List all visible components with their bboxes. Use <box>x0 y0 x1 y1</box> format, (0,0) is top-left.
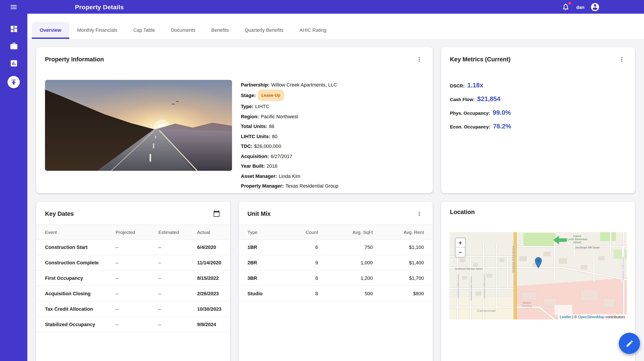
field-value: Willow Creek Apartments, LLC <box>271 82 337 87</box>
table-row: Construction Start––6/4/2020 <box>36 239 230 255</box>
key-dates-card: Key Dates Event Projected Estimated Actu… <box>36 202 230 361</box>
notifications-button[interactable] <box>562 3 570 11</box>
metric-value: $21,854 <box>477 95 500 102</box>
tab-quarterly-benefits[interactable]: Quarterly Benefits <box>237 22 292 39</box>
event-cell: Acquisition Closing <box>36 286 116 301</box>
estimated-cell: – <box>158 317 197 332</box>
more-options-button[interactable] <box>617 54 626 64</box>
sidebar-item-portfolio[interactable] <box>9 42 18 50</box>
main-grid: Property Information <box>27 39 644 361</box>
notification-dot <box>568 2 572 5</box>
detail-row: Acquisition:6/27/2017 <box>241 151 338 161</box>
sqft-cell: 750 <box>318 239 373 255</box>
detail-row: Partnership:Willow Creek Apartments, LLC <box>241 80 338 90</box>
count-cell: 6 <box>287 239 318 255</box>
field-label: Asset Manager: <box>241 173 277 179</box>
detail-row: Year Built:2016 <box>241 161 338 171</box>
tab-cap-table[interactable]: Cap Table <box>125 22 163 39</box>
estimated-cell: – <box>158 301 197 317</box>
property-information-body: Partnership:Willow Creek Apartments, LLC… <box>36 70 433 193</box>
tab-documents[interactable]: Documents <box>163 22 203 39</box>
card-title: Key Dates <box>45 210 74 217</box>
user-name: dan <box>576 4 584 10</box>
table-row: Studio8500$800 <box>239 286 433 301</box>
actual-cell: 10/30/2023 <box>197 301 230 317</box>
sqft-cell: 1,000 <box>318 255 373 270</box>
field-value: 2016 <box>267 163 278 169</box>
menu-button[interactable] <box>0 0 27 14</box>
upload-icon <box>10 79 17 86</box>
map-label: Southeast 170th Avenue <box>622 257 624 281</box>
detail-row: LIHTC Units:80 <box>241 131 338 141</box>
page-title: Property Details <box>75 0 124 14</box>
metric-row: Phys. Occupancy:99.0% <box>450 109 626 116</box>
field-label: Year Built: <box>241 163 265 169</box>
table-row: Construction Complete––11/14/2020 <box>36 255 230 270</box>
map-label-centennial: Centennial <box>477 309 496 313</box>
more-options-button[interactable] <box>414 209 424 218</box>
tab-ahic-rating[interactable]: AHIC Rating <box>292 22 334 39</box>
kebab-icon <box>618 56 625 63</box>
sidebar-item-reports[interactable] <box>9 59 18 68</box>
tab-benefits[interactable]: Benefits <box>203 22 237 39</box>
sqft-cell: 500 <box>318 286 373 301</box>
sqft-cell: 1,200 <box>318 270 373 286</box>
table-row: First Occupancy––8/15/2022 <box>36 270 230 286</box>
metric-row: DSCR:1.18x <box>450 82 626 89</box>
field-label: Region: <box>241 114 259 119</box>
bar-chart-icon <box>10 59 18 67</box>
table-header-row: Event Projected Estimated Actual <box>36 225 230 239</box>
metric-value: 78.2% <box>493 123 511 130</box>
metric-label: DSCR: <box>450 83 465 88</box>
column-header: Type <box>239 225 287 239</box>
property-photo <box>45 80 232 171</box>
tab-overview[interactable]: Overview <box>32 22 69 39</box>
zoom-in-button[interactable]: + <box>456 238 465 248</box>
field-label: Total Units: <box>241 124 267 129</box>
metric-value: 99.0% <box>493 109 511 116</box>
stage-badge: Lease-Up <box>258 89 284 101</box>
column-header: Estimated <box>158 225 197 239</box>
type-cell: 1BR <box>239 239 287 255</box>
map-label: Southeast Mill Street <box>575 246 600 249</box>
field-value: Pacific Northwest <box>261 114 298 119</box>
map-label-division: Division <box>523 301 531 304</box>
actual-cell: 2/26/2023 <box>197 286 230 301</box>
account-button[interactable] <box>590 2 600 12</box>
column-header: Actual <box>197 225 230 239</box>
sidebar-item-upload[interactable] <box>8 76 20 88</box>
event-cell: Construction Start <box>36 239 116 255</box>
field-label: Acquisition: <box>241 153 269 159</box>
map-label: Southeast Harrison Street <box>455 267 482 270</box>
detail-row: Region:Pacific Northwest <box>241 111 338 121</box>
calendar-button[interactable] <box>212 209 222 218</box>
table-row: 2BR91,000$1,400 <box>239 255 433 270</box>
column-header: Event <box>36 225 116 239</box>
kebab-icon <box>416 56 422 63</box>
field-value: 80 <box>272 134 278 139</box>
map-label-school: School <box>574 241 581 244</box>
zoom-out-button[interactable]: − <box>456 248 465 257</box>
metric-row: Cash Flow:$21,854 <box>450 95 626 102</box>
edit-fab[interactable] <box>619 333 640 354</box>
table-row: Tax Credit Allocation––10/30/2023 <box>36 301 230 317</box>
leaflet-link[interactable]: Leaflet <box>560 315 571 319</box>
table-row: Stabilized Occupancy––9/8/2024 <box>36 317 230 332</box>
property-photo-image <box>45 80 232 171</box>
map-attribution: Leaflet | © OpenStreetMap contributors <box>558 314 627 319</box>
openstreetmap-link[interactable]: OpenStreetMap <box>578 315 604 319</box>
projected-cell: – <box>116 270 158 286</box>
map-label: Southeast 158th Avenue <box>483 274 486 298</box>
tab-monthly-financials[interactable]: Monthly Financials <box>69 22 125 39</box>
tab-bar: Overview Monthly Financials Cap Table Do… <box>27 14 644 39</box>
detail-row: Total Units:86 <box>241 121 338 131</box>
card-title: Key Metrics (Current) <box>450 56 510 63</box>
metric-label: Cash Flow: <box>450 97 474 102</box>
column-header: Avg. Rent <box>373 225 433 239</box>
dashboard-icon <box>10 25 18 33</box>
map[interactable]: Southeast Mill Street Southeast Harrison… <box>450 232 627 319</box>
more-options-button[interactable] <box>414 54 424 64</box>
sidebar-item-dashboard[interactable] <box>9 24 18 33</box>
field-label: Stage: <box>241 93 256 98</box>
event-cell: First Occupancy <box>36 270 116 286</box>
